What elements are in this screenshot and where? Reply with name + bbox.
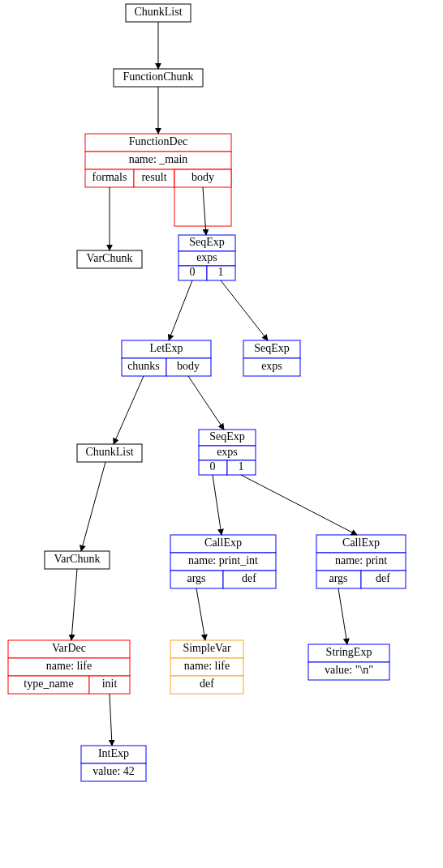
name-row: name: life — [184, 660, 230, 672]
init-cell: init — [102, 678, 118, 690]
node-simplevar: SimpleVar name: life def — [170, 640, 243, 694]
title: CallExp — [342, 537, 380, 549]
exp-0: 0 — [210, 460, 216, 472]
value-row: value: "\n" — [325, 664, 373, 676]
node-chunklist-let: ChunkList — [77, 444, 142, 462]
title: SeqExp — [209, 430, 245, 443]
label: VarChunk — [54, 553, 101, 565]
title: CallExp — [204, 537, 242, 549]
node-seqexp-empty: SeqExp exps — [243, 340, 300, 376]
def-cell: def — [242, 572, 256, 584]
chunks-cell: chunks — [127, 360, 160, 372]
name-row: name: life — [46, 660, 92, 672]
node-seqexp-letbody: SeqExp exps 0 1 — [199, 430, 256, 475]
node-functionchunk: FunctionChunk — [114, 69, 203, 87]
node-varchunk-formals: VarChunk — [77, 250, 142, 268]
exp-0: 0 — [190, 266, 196, 278]
typename-cell: type_name — [24, 678, 73, 690]
edge — [338, 588, 347, 644]
body-cell: body — [191, 171, 214, 183]
name-row: name: print_int — [188, 554, 258, 567]
label: VarChunk — [87, 252, 133, 264]
edge — [71, 569, 77, 640]
edge — [188, 376, 224, 430]
title: IntExp — [98, 747, 129, 759]
title: StringExp — [326, 646, 372, 658]
body-cell: body — [177, 360, 200, 372]
title: SeqExp — [189, 236, 225, 248]
edge — [241, 475, 357, 535]
node-functiondec: FunctionDec name: _main formals result b… — [85, 134, 231, 226]
title: LetExp — [149, 342, 183, 354]
exp-1: 1 — [218, 266, 224, 278]
edge — [110, 694, 112, 746]
ast-diagram: ChunkList FunctionChunk FunctionDec name… — [0, 0, 443, 868]
title: SimpleVar — [183, 642, 230, 654]
node-callexp-print: CallExp name: print args def — [316, 535, 406, 588]
formals-cell: formals — [92, 171, 127, 183]
label: FunctionChunk — [123, 71, 193, 83]
node-seqexp-body: SeqExp exps 0 1 — [178, 235, 235, 280]
exps-label: exps — [217, 446, 238, 458]
args-cell: args — [329, 572, 347, 584]
edge — [81, 462, 105, 551]
def-cell: def — [376, 572, 390, 584]
edge — [221, 280, 268, 340]
edge — [213, 475, 222, 535]
title: FunctionDec — [129, 135, 187, 148]
exps-label: exps — [261, 360, 282, 372]
node-intexp: IntExp value: 42 — [81, 746, 146, 781]
value-row: value: 42 — [92, 765, 135, 777]
edge — [196, 588, 205, 640]
title: VarDec — [52, 642, 86, 654]
node-letexp: LetExp chunks body — [122, 340, 211, 376]
node-chunklist-root: ChunkList — [126, 4, 191, 22]
label: ChunkList — [85, 446, 133, 458]
edge — [169, 280, 192, 340]
name-row: name: _main — [129, 153, 188, 165]
node-stringexp: StringExp value: "\n" — [308, 644, 389, 680]
title: SeqExp — [254, 342, 290, 354]
args-cell: args — [187, 572, 205, 584]
def-row: def — [200, 678, 214, 690]
label: ChunkList — [134, 6, 182, 18]
name-row: name: print — [335, 554, 387, 567]
node-varchunk-let: VarChunk — [45, 551, 110, 569]
exps-label: exps — [196, 251, 217, 263]
node-callexp-printint: CallExp name: print_int args def — [170, 535, 276, 588]
node-vardec: VarDec name: life type_name init — [8, 640, 130, 694]
edge — [114, 376, 144, 444]
exp-1: 1 — [239, 460, 244, 472]
result-cell: result — [141, 171, 166, 183]
